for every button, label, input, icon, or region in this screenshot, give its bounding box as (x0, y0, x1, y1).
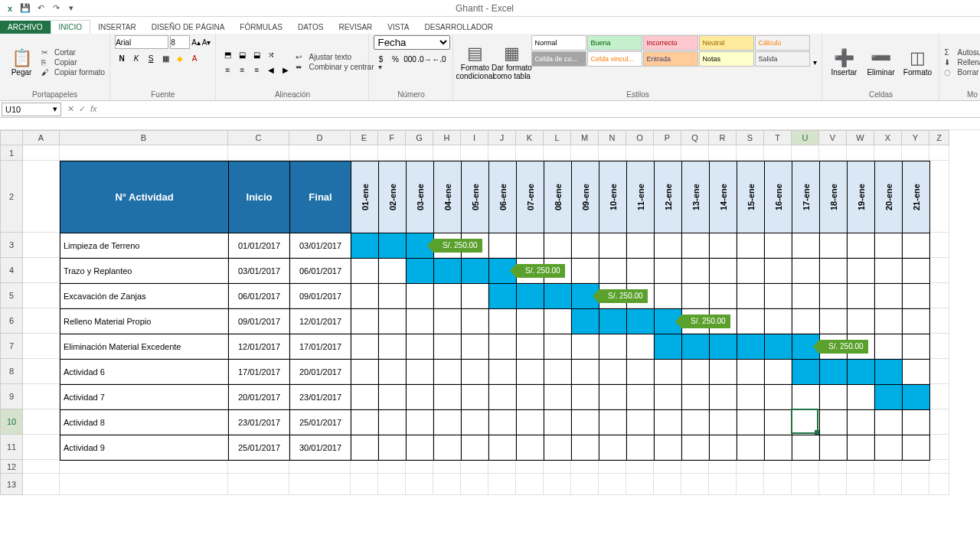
orientation-icon[interactable]: ⤭ (264, 47, 278, 61)
qat-dropdown-icon[interactable]: ▾ (64, 2, 78, 15)
cell[interactable] (902, 460, 929, 474)
formula-input[interactable] (102, 103, 980, 116)
cell[interactable] (902, 474, 929, 495)
clear-button[interactable]: ◌Borrar ▾ (944, 68, 980, 77)
font-color-button[interactable]: A (188, 51, 201, 65)
cell[interactable] (351, 460, 378, 474)
col-header[interactable]: U (792, 130, 819, 145)
cell[interactable] (819, 145, 847, 161)
cell[interactable] (544, 460, 571, 474)
cancel-icon[interactable]: ✕ (67, 104, 74, 114)
style-cell[interactable]: Notas (699, 51, 754, 67)
cell[interactable] (571, 474, 599, 495)
format-painter-button[interactable]: 🖌Copiar formato (41, 68, 105, 77)
col-header[interactable]: C (228, 130, 289, 145)
cell[interactable] (929, 283, 949, 308)
row-header[interactable]: 1 (0, 145, 23, 161)
col-header[interactable]: E (351, 130, 378, 145)
style-cell[interactable]: Normal (531, 35, 586, 51)
cell[interactable] (792, 474, 819, 495)
format-table-button[interactable]: ▦ Dar formato como tabla (495, 35, 528, 89)
copy-button[interactable]: ⎘Copiar (41, 58, 105, 67)
col-header[interactable]: G (406, 130, 433, 145)
cell[interactable] (571, 145, 599, 161)
cell[interactable] (681, 474, 709, 495)
col-header[interactable]: W (847, 130, 874, 145)
tab-home[interactable]: INICIO (51, 20, 91, 34)
style-cell[interactable]: Neutral (699, 35, 754, 51)
cell[interactable] (764, 460, 792, 474)
tab-view[interactable]: VISTA (380, 21, 416, 34)
cell[interactable] (544, 474, 571, 495)
row-header[interactable]: 2 (0, 161, 23, 233)
inc-decimal-icon[interactable]: .0→ (417, 52, 431, 66)
cell[interactable] (378, 474, 406, 495)
cell[interactable] (654, 145, 681, 161)
percent-icon[interactable]: % (388, 52, 402, 66)
row-header[interactable]: 10 (0, 409, 23, 435)
cell[interactable] (929, 435, 949, 460)
cell[interactable] (902, 145, 929, 161)
conditional-format-button[interactable]: ▤ Formato condicional (458, 35, 492, 89)
col-header[interactable]: Z (929, 130, 949, 145)
fx-icon[interactable]: fx (90, 104, 97, 114)
cell[interactable] (929, 409, 949, 435)
cell[interactable] (626, 460, 654, 474)
cell[interactable] (378, 460, 406, 474)
fill-color-button[interactable]: ◆ (173, 51, 187, 65)
col-header[interactable]: Q (681, 130, 709, 145)
row-header[interactable]: 11 (0, 435, 23, 460)
insert-cells-button[interactable]: ➕Insertar (827, 35, 861, 89)
row-header[interactable]: 4 (0, 258, 23, 283)
cell[interactable] (23, 308, 60, 334)
cell[interactable] (23, 233, 60, 258)
select-all[interactable] (0, 130, 23, 145)
cell[interactable] (599, 460, 626, 474)
row-header[interactable]: 12 (0, 460, 23, 474)
cell[interactable] (874, 460, 902, 474)
cell[interactable] (819, 460, 847, 474)
undo-icon[interactable]: ↶ (34, 2, 47, 15)
row-header[interactable]: 13 (0, 474, 23, 495)
align-bottom-icon[interactable]: ⬓ (250, 47, 263, 61)
cell[interactable] (23, 161, 60, 233)
cell[interactable] (544, 145, 571, 161)
col-header[interactable]: X (874, 130, 902, 145)
delete-cells-button[interactable]: ➖Eliminar (864, 35, 897, 89)
cell[interactable] (406, 460, 433, 474)
underline-button[interactable]: S (144, 51, 158, 65)
col-header[interactable]: O (626, 130, 654, 145)
cell[interactable] (228, 145, 289, 161)
cell[interactable] (764, 145, 792, 161)
cell[interactable] (709, 460, 737, 474)
style-cell[interactable]: Salida (755, 51, 810, 67)
cell[interactable] (874, 145, 902, 161)
cell[interactable] (406, 474, 433, 495)
cell[interactable] (737, 474, 764, 495)
cell[interactable] (351, 145, 378, 161)
cell[interactable] (23, 258, 60, 283)
col-header[interactable]: K (516, 130, 544, 145)
cell[interactable] (929, 334, 949, 359)
col-header[interactable]: H (433, 130, 461, 145)
comma-icon[interactable]: 000 (403, 52, 416, 66)
tab-developer[interactable]: DESARROLLADOR (417, 21, 501, 34)
paste-button[interactable]: 📋 Pegar (5, 35, 38, 89)
cell[interactable] (23, 145, 60, 161)
row-header[interactable]: 7 (0, 334, 23, 359)
cell[interactable] (737, 460, 764, 474)
cell[interactable] (929, 474, 949, 495)
cell[interactable] (929, 460, 949, 474)
cell[interactable] (461, 474, 488, 495)
cell[interactable] (461, 460, 488, 474)
col-header[interactable]: M (571, 130, 599, 145)
cell[interactable] (929, 258, 949, 283)
fill-button[interactable]: ⬇Rellenar ▾ (944, 58, 980, 67)
row-header[interactable]: 5 (0, 283, 23, 308)
style-cell[interactable]: Cálculo (755, 35, 810, 51)
cell[interactable] (228, 474, 289, 495)
cell[interactable] (488, 145, 516, 161)
save-icon[interactable]: 💾 (18, 2, 32, 15)
cell[interactable] (406, 145, 433, 161)
col-header[interactable]: F (378, 130, 406, 145)
